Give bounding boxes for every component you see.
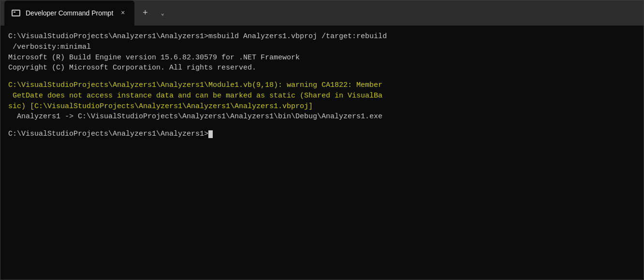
prompt-line: C:\VisualStudioProjects\Analyzers1\Analy…	[8, 129, 636, 140]
tab-close-button[interactable]: ×	[118, 8, 128, 18]
output-line-1: C:\VisualStudioProjects\Analyzers1\Analy…	[8, 31, 636, 42]
spacer-1	[8, 73, 636, 80]
warning-line-1: C:\VisualStudioProjects\Analyzers1\Analy…	[8, 80, 636, 91]
active-tab[interactable]: Developer Command Prompt ×	[4, 0, 134, 26]
terminal-window: Developer Command Prompt × + ⌄ C:\Visual…	[0, 0, 644, 280]
terminal-icon	[11, 8, 21, 18]
output-line-copyright: Copyright (C) Microsoft Corporation. All…	[8, 63, 636, 73]
tab-title: Developer Command Prompt	[26, 9, 113, 17]
output-line-exe: Analyzers1 -> C:\VisualStudioProjects\An…	[8, 112, 636, 122]
new-tab-button[interactable]: +	[136, 4, 154, 22]
output-line-2: /verbosity:minimal	[8, 42, 636, 53]
title-bar: Developer Command Prompt × + ⌄	[0, 0, 644, 26]
terminal-body[interactable]: C:\VisualStudioProjects\Analyzers1\Analy…	[0, 26, 644, 280]
cursor	[208, 130, 213, 138]
spacer-2	[8, 122, 636, 129]
output-line-3: Microsoft (R) Build Engine version 15.6.…	[8, 53, 636, 63]
warning-line-2: GetDate does not access instance data an…	[8, 91, 636, 101]
tab-dropdown-button[interactable]: ⌄	[154, 4, 171, 22]
warning-line-3: sic) [C:\VisualStudioProjects\Analyzers1…	[8, 101, 636, 112]
